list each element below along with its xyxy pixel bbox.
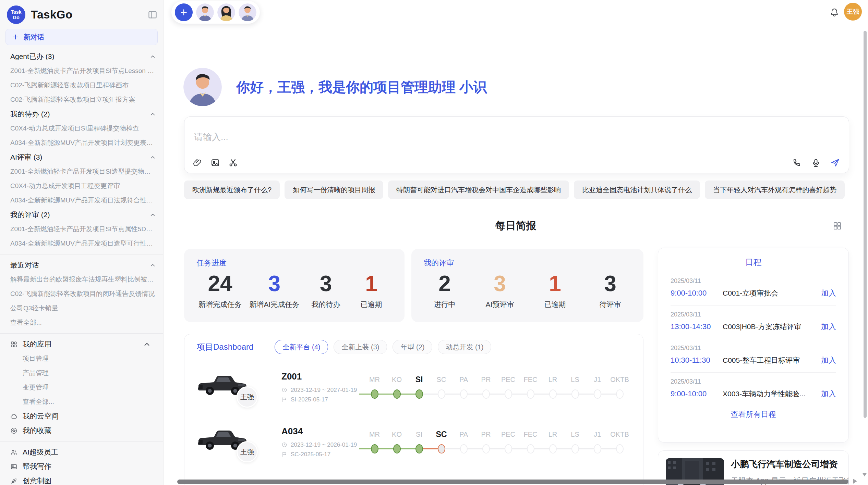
sidebar-item[interactable]: C0X4-动力总成开发项目工程变更评审 bbox=[0, 179, 163, 193]
notifications-bell-icon[interactable] bbox=[830, 8, 839, 17]
scroll-right-arrow-icon[interactable] bbox=[853, 479, 857, 484]
sidebar-collapse-icon[interactable] bbox=[147, 10, 158, 20]
milestone: PR bbox=[475, 428, 497, 453]
event-time: 10:30-11:30 bbox=[671, 356, 723, 365]
sidebar-item[interactable]: C02-飞腾新能源轻客改款项目的闭环通告反馈情况 bbox=[0, 287, 163, 301]
milestone-dot bbox=[505, 389, 512, 399]
dashboard-title: 项目Dashboard bbox=[197, 341, 253, 352]
sidebar-subitem[interactable]: 查看全部... bbox=[0, 395, 163, 409]
sidebar-item[interactable]: C02-飞腾新能源轻客改款项目立项汇报方案 bbox=[0, 92, 163, 107]
sidebar-item-image[interactable]: 帮我写作 bbox=[0, 459, 163, 474]
dashboard-header: 项目Dashboard 全新平台 (4)全新上装 (3)年型 (2)动总开发 (… bbox=[184, 334, 643, 360]
sidebar-item[interactable]: Z001-全新燃油轻卡产品开发项目SI造型提交物评审 bbox=[0, 164, 163, 179]
event-time: 9:00-10:00 bbox=[671, 389, 723, 398]
send-icon[interactable] bbox=[830, 158, 840, 167]
dashboard-tab[interactable]: 动总开发 (1) bbox=[438, 340, 491, 354]
schedule-card: 日程 2025/03/119:00-10:00C001-立项审批会加入2025/… bbox=[658, 248, 849, 443]
milestone: LS bbox=[564, 374, 586, 399]
chat-input-placeholder[interactable]: 请输入... bbox=[194, 131, 228, 143]
sidebar-item[interactable]: A034-全新新能源MUV产品开发项目造型可行性评审 bbox=[0, 236, 163, 251]
sidebar-item-star[interactable]: 我的收藏 bbox=[0, 423, 163, 438]
join-event-link[interactable]: 加入 bbox=[821, 322, 836, 332]
input-toolbar-right bbox=[792, 158, 840, 167]
milestone-label: LR bbox=[542, 428, 564, 440]
sidebar-item[interactable]: C0X4-动力总成开发项目SI里程碑提交物检查 bbox=[0, 121, 163, 136]
milestone-label: LS bbox=[564, 374, 586, 385]
join-event-link[interactable]: 加入 bbox=[821, 389, 836, 399]
sidebar-item[interactable]: Z001-全新燃油轻卡产品开发项目SI节点属性5D文件评审 bbox=[0, 222, 163, 236]
agent-avatar[interactable] bbox=[196, 3, 214, 21]
milestone: SI bbox=[408, 374, 430, 399]
project-dates: 2023-12-19 ~ 2026-01-19 bbox=[281, 442, 362, 448]
milestone: KO bbox=[386, 428, 408, 453]
new-chat-label: 新对话 bbox=[24, 33, 44, 42]
sidebar-item-feather[interactable]: 创意制图 bbox=[0, 474, 163, 485]
assistant-avatar bbox=[183, 68, 222, 106]
join-event-link[interactable]: 加入 bbox=[821, 288, 836, 298]
stat-card-title: 我的评审 bbox=[424, 258, 631, 268]
sidebar-item[interactable]: A034-全新新能源MUV产品开发项目计划变更表编写 bbox=[0, 136, 163, 150]
sidebar-section-header[interactable]: 我的评审 (2) bbox=[0, 208, 163, 222]
sidebar-subitem[interactable]: 变更管理 bbox=[0, 380, 163, 395]
stat: 1已逾期 bbox=[352, 272, 390, 309]
suggestion-chip[interactable]: 如何写一份清晰的项目周报 bbox=[285, 181, 383, 199]
project-row[interactable]: 王强Z0012023-12-19 ~ 2027-01-19SI-2025-05-… bbox=[184, 360, 643, 414]
join-event-link[interactable]: 加入 bbox=[821, 355, 836, 365]
suggestion-chip[interactable]: 特朗普可能对进口汽车增税会对中国车企造成哪些影响 bbox=[388, 181, 569, 199]
dashboard-tab[interactable]: 全新平台 (4) bbox=[275, 340, 328, 354]
dashboard-tab[interactable]: 年型 (2) bbox=[393, 340, 432, 354]
sidebar-item[interactable]: A034-全新新能源MUV产品开发项目法规符合性评审 bbox=[0, 193, 163, 208]
sidebar-section-title: 最近对话 bbox=[10, 260, 39, 270]
project-code: Z001 bbox=[281, 371, 362, 382]
milestone-dot bbox=[393, 444, 401, 453]
schedule-event: 2025/03/1110:30-11:30C005-整车工程目标评审加入 bbox=[671, 341, 836, 370]
sidebar-item-cloud[interactable]: 我的云空间 bbox=[0, 409, 163, 423]
sidebar-subitem[interactable]: 产品管理 bbox=[0, 366, 163, 380]
suggestion-chip[interactable]: 比亚迪全固态电池计划具体说了什么 bbox=[574, 181, 700, 199]
sidebar-sections: Agent已办 (3)Z001-全新燃油皮卡产品开发项目SI节点Lesson L… bbox=[0, 49, 163, 330]
voice-call-icon[interactable] bbox=[792, 158, 801, 167]
event-name: X003-车辆动力学性能验... bbox=[723, 389, 817, 399]
new-chat-button[interactable]: 新对话 bbox=[5, 29, 158, 45]
sidebar-item[interactable]: C02-飞腾新能源轻客改款项目里程碑画布 bbox=[0, 78, 163, 92]
sidebar-item[interactable]: 公司Q3轻卡销量 bbox=[0, 301, 163, 315]
sidebar-section-header[interactable]: 我的待办 (2) bbox=[0, 107, 163, 121]
milestone: SI bbox=[408, 428, 430, 453]
milestone: PA bbox=[453, 374, 475, 399]
view-all-schedule-link[interactable]: 查看所有日程 bbox=[671, 404, 836, 425]
add-agent-button[interactable] bbox=[175, 3, 193, 21]
sidebar-item-people[interactable]: AI超级员工 bbox=[0, 445, 163, 459]
layout-grid-icon[interactable] bbox=[833, 221, 842, 231]
grid-icon bbox=[10, 341, 17, 348]
screenshot-icon[interactable] bbox=[228, 158, 238, 167]
sidebar-item[interactable]: 解释最新出台的欧盟报废车法规再生塑料比例被调至15%... bbox=[0, 272, 163, 287]
suggestion-chip[interactable]: 当下年轻人对汽车外观有怎样的喜好趋势 bbox=[705, 181, 845, 199]
suggestion-chip[interactable]: 欧洲新规最近颁布了什么? bbox=[184, 181, 280, 199]
horizontal-scrollbar[interactable] bbox=[177, 480, 848, 484]
daily-brief-title: 每日简报 bbox=[164, 218, 868, 234]
stat-label: AI预评审 bbox=[481, 300, 519, 309]
sidebar-item[interactable]: Z001-全新燃油皮卡产品开发项目SI节点Lesson Learn报告 bbox=[0, 64, 163, 78]
sidebar-item-my-apps[interactable]: 我的应用 bbox=[0, 337, 163, 351]
user-avatar[interactable]: 王强 bbox=[844, 3, 862, 21]
image-upload-icon[interactable] bbox=[210, 158, 220, 167]
milestone-dot bbox=[460, 389, 468, 399]
sidebar-section-header[interactable]: AI评审 (3) bbox=[0, 150, 163, 164]
sidebar-item[interactable]: 查看全部... bbox=[0, 315, 163, 330]
stat-label: 已逾期 bbox=[352, 300, 390, 309]
chat-input-card[interactable]: 请输入... bbox=[184, 116, 849, 173]
project-owner-badge: 王强 bbox=[237, 441, 258, 462]
dashboard-tab[interactable]: 全新上装 (3) bbox=[334, 340, 387, 354]
microphone-icon[interactable] bbox=[811, 158, 821, 167]
sidebar-section-header[interactable]: 最近对话 bbox=[0, 258, 163, 272]
sidebar-subitem[interactable]: 项目管理 bbox=[0, 351, 163, 366]
milestone-label: KO bbox=[386, 428, 408, 440]
agent-avatar[interactable] bbox=[217, 3, 235, 21]
attachment-icon[interactable] bbox=[193, 158, 202, 167]
chevron-up-icon bbox=[150, 212, 156, 218]
vertical-scrollbar[interactable] bbox=[864, 31, 867, 418]
project-row[interactable]: 王强A0342023-12-19 ~ 2026-01-19SC-2025-05-… bbox=[184, 414, 643, 469]
agent-avatar[interactable] bbox=[239, 3, 256, 21]
scroll-down-arrow-icon[interactable] bbox=[862, 473, 867, 476]
sidebar-section-header[interactable]: Agent已办 (3) bbox=[0, 49, 163, 64]
